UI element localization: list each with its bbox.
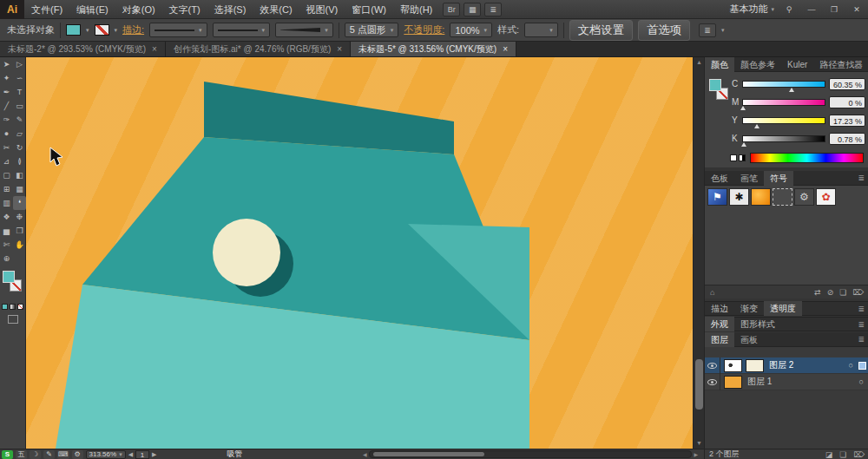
black-white-swatch[interactable] [739, 154, 746, 161]
tab-pathfinder[interactable]: 路径查找器 [813, 57, 868, 72]
menu-file[interactable]: 文件(F) [24, 0, 69, 19]
cyan-value-field[interactable]: 60.35 % [829, 78, 865, 90]
layer-row-2[interactable]: 图层 2 ○ [705, 357, 868, 374]
document-tab-2[interactable]: 创作策划-图标.ai* @ 24.76% (RGB/预览) × [166, 42, 351, 56]
pencil-tool[interactable]: ✎ [13, 113, 26, 127]
slider-thumb[interactable] [741, 142, 746, 147]
menu-help[interactable]: 帮助(H) [393, 0, 439, 19]
gradient-tool[interactable]: ▥ [0, 196, 13, 210]
target-circle-icon[interactable]: ○ [849, 361, 853, 370]
brush-shape-dropdown[interactable]: 5 点圆形 ▾ [345, 23, 399, 37]
type-tool[interactable]: T [13, 85, 26, 99]
tab-kuler[interactable]: Kuler [781, 57, 813, 72]
document-tab-3-active[interactable]: 未标题-5* @ 313.56% (CMYK/预览) × [351, 42, 516, 56]
align-options-icon[interactable]: ≣ [699, 23, 716, 37]
menu-object[interactable]: 对象(O) [115, 0, 162, 19]
free-transform-tool[interactable]: ▢ [0, 168, 13, 182]
tab-gradient[interactable]: 渐变 [734, 301, 764, 316]
break-link-icon[interactable]: ⊘ [827, 288, 834, 297]
layer-thumbnail[interactable] [724, 359, 742, 372]
layer-name[interactable]: 图层 1 [747, 376, 859, 388]
rectangle-tool[interactable]: ▭ [13, 99, 26, 113]
make-mask-icon[interactable]: ◪ [825, 450, 833, 459]
scissors-tool[interactable]: ✂ [0, 141, 13, 154]
direct-selection-tool[interactable]: ▷ [13, 57, 26, 71]
stroke-panel-link[interactable]: 描边: [122, 23, 144, 36]
next-artboard-arrow[interactable]: ▶ [152, 451, 156, 458]
opacity-panel-link[interactable]: 不透明度: [404, 23, 444, 36]
layer-row-1[interactable]: 图层 1 ○ [705, 374, 868, 390]
artboard-number-field[interactable]: 1 [135, 450, 149, 459]
workspace-switcher[interactable]: 基本功能 ▾ [729, 3, 774, 16]
yellow-slider[interactable] [742, 117, 825, 124]
rotate-tool[interactable]: ↻ [13, 141, 26, 154]
marquee-symbol[interactable] [773, 188, 792, 206]
width-profile-dropdown[interactable]: ▾ [275, 23, 333, 37]
ime-mode-icon[interactable]: 五 [16, 450, 27, 459]
layer-thumbnail[interactable] [724, 376, 742, 389]
slider-thumb[interactable] [789, 88, 794, 92]
ime-pen-icon[interactable]: ✎ [43, 450, 55, 459]
scroll-right-arrow[interactable]: ▶ [694, 451, 698, 459]
gradient-button[interactable] [10, 304, 16, 310]
flower-symbol[interactable]: ✿ [816, 188, 836, 206]
color-spectrum-bar[interactable] [750, 153, 864, 163]
eraser-tool[interactable]: ▱ [13, 127, 26, 141]
visibility-toggle[interactable] [705, 357, 720, 374]
tab-symbols[interactable]: 符号 [764, 171, 793, 186]
close-icon[interactable]: × [152, 44, 157, 54]
tab-appearance[interactable]: 外观 [705, 317, 734, 331]
menu-edit[interactable]: 编辑(E) [69, 0, 115, 19]
gear-symbol[interactable]: ⚙ [794, 188, 814, 206]
delete-layer-icon[interactable]: ⌦ [853, 450, 865, 459]
blend-tool[interactable]: ❖ [0, 210, 13, 224]
black-value-field[interactable]: 0.78 % [829, 133, 865, 145]
document-setup-button[interactable]: 文档设置 [569, 20, 633, 41]
target-circle-icon[interactable]: ○ [859, 377, 864, 386]
vertical-scrollbar[interactable]: ▲ ▼ [693, 57, 704, 449]
tab-artboards[interactable]: 画板 [734, 332, 764, 347]
restore-button[interactable]: ❐ [826, 5, 842, 14]
ime-settings-icon[interactable]: ⚙ [72, 450, 83, 459]
fill-color-proxy[interactable] [709, 79, 721, 91]
flag-symbol[interactable]: ⚑ [707, 188, 727, 206]
new-layer-icon[interactable]: ❏ [839, 450, 846, 459]
magenta-value-field[interactable]: 0 % [829, 96, 865, 108]
scroll-left-arrow[interactable]: ◀ [363, 451, 367, 459]
shape-builder-tool[interactable]: ◧ [13, 168, 26, 182]
perspective-grid-tool[interactable]: ⊞ [0, 182, 13, 196]
tab-graphic-styles[interactable]: 图形样式 [734, 317, 781, 331]
blob-brush-tool[interactable]: ● [0, 127, 13, 141]
chevron-down-icon[interactable]: ▾ [86, 27, 89, 34]
ime-keyboard-icon[interactable]: ⌨ [57, 450, 69, 459]
menu-select[interactable]: 选择(S) [207, 0, 253, 19]
magenta-slider[interactable] [742, 99, 825, 106]
tab-color-guide[interactable]: 颜色参考 [734, 57, 781, 72]
tab-stroke[interactable]: 描边 [705, 301, 734, 316]
width-tool[interactable]: ≬ [13, 154, 26, 168]
visibility-toggle[interactable] [705, 374, 720, 390]
mesh-tool[interactable]: ▦ [13, 182, 26, 196]
close-icon[interactable]: × [337, 44, 342, 54]
layout-grid-icon[interactable]: ▦ [464, 3, 481, 16]
tab-brushes[interactable]: 画笔 [734, 171, 764, 186]
paintbrush-tool[interactable]: ✑ [0, 113, 13, 127]
panel-menu-icon[interactable]: ≣ [858, 320, 868, 329]
panel-menu-icon[interactable]: ≣ [858, 305, 868, 313]
yellow-value-field[interactable]: 17.23 % [829, 115, 865, 127]
splatter-symbol[interactable]: ✱ [729, 188, 749, 206]
line-tool[interactable]: ╱ [0, 99, 13, 113]
bridge-icon[interactable]: Br [443, 3, 460, 16]
previous-artboard-arrow[interactable]: ◀ [128, 451, 133, 458]
new-symbol-icon[interactable]: ❏ [839, 288, 846, 297]
black-slider[interactable] [742, 135, 825, 142]
orange-orb-symbol[interactable] [751, 188, 771, 206]
panel-menu-icon[interactable]: ≣ [858, 335, 868, 344]
search-icon[interactable]: ⚲ [781, 5, 797, 14]
zoom-level-dropdown[interactable]: 313.56% ▾ [86, 450, 126, 459]
menu-type[interactable]: 文字(T) [162, 0, 207, 19]
symbol-sprayer-tool[interactable]: ❉ [13, 210, 26, 224]
brush-definition-dropdown[interactable]: ▾ [213, 23, 271, 37]
hand-tool[interactable]: ✋ [13, 238, 26, 252]
magic-wand-tool[interactable]: ✦ [0, 71, 13, 85]
